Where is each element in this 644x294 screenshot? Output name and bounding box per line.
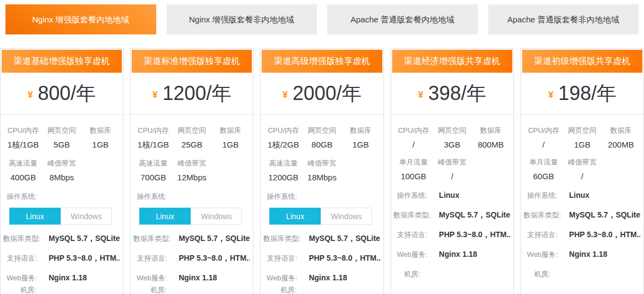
spec-label: 网页空间 <box>303 126 341 136</box>
plan-card-standard-dedicated: 渠道标准增强版独享虚机 ¥ 1200/年 CPU/内存1核/1GB 网页空间25… <box>130 48 253 294</box>
tab-apache-basic-mainland[interactable]: Apache 普通版套餐内地地域 <box>327 4 478 34</box>
tab-apache-basic-non-mainland[interactable]: Apache 普通版套餐非内地地域 <box>488 4 639 34</box>
plan-details: 操作系统: Linux Windows 数据库类型:MySQL 5.7，SQLi… <box>261 182 383 294</box>
plan-details: 操作系统:Linux 数据库类型:MySQL 5.7，SQLite 支持语言:P… <box>391 181 513 279</box>
os-label: 操作系统: <box>393 191 432 200</box>
spec-grid: CPU/内存1核/1GB 网页空间5GB 数据库1GB 高速流量400GB 峰值… <box>1 115 123 182</box>
spec-value: 1核/1GB <box>4 140 43 150</box>
price-amount: 1200/年 <box>162 80 231 107</box>
currency-symbol: ¥ <box>152 90 157 101</box>
language-label: 支持语言: <box>393 230 432 239</box>
plan-title: 渠道经济增强版共享虚机 <box>392 50 512 73</box>
language-label: 支持语言: <box>3 254 41 263</box>
os-value: Linux <box>439 191 459 200</box>
spec-value: / <box>563 172 602 181</box>
web-service-value: Nginx 1.18 <box>569 250 607 259</box>
language-value: PHP 5.3~8.0，HTM... <box>569 230 640 239</box>
spec-value: 200MB <box>601 140 640 149</box>
os-option-linux[interactable]: Linux <box>9 208 61 225</box>
os-option-linux[interactable]: Linux <box>139 208 191 225</box>
web-service-value: Nginx 1.18 <box>309 273 347 283</box>
spec-value: / <box>394 140 433 149</box>
spec-grid: CPU/内存/ 网页空间3GB 数据库800MB 单月流量100GB 峰值带宽/ <box>391 115 513 181</box>
plan-price: ¥ 800/年 <box>1 73 123 115</box>
spec-value: 1GB <box>341 140 380 149</box>
language-label: 支持语言: <box>523 230 562 239</box>
price-amount: 800/年 <box>38 80 96 107</box>
db-type-label: 数据库类型: <box>263 234 301 243</box>
os-option-windows[interactable]: Windows <box>321 208 372 225</box>
spec-grid: CPU/内存/ 网页空间1GB 数据库200MB 单月流量60GB 峰值带宽/ <box>521 115 643 181</box>
os-toggle: Linux Windows <box>269 208 380 225</box>
spec-label: 数据库 <box>601 126 640 136</box>
spec-value: 1200GB <box>264 173 303 182</box>
spec-label: CPU/内存 <box>394 126 433 136</box>
spec-value: 100GB <box>394 172 433 181</box>
spec-value: 8Mbps <box>43 173 81 182</box>
spec-label: 高速流量 <box>264 158 303 168</box>
language-value: PHP 5.3~8.0，HTM... <box>439 230 510 239</box>
plan-title: 渠道初级增强版共享虚机 <box>522 50 642 73</box>
web-service-value: Nginx 1.18 <box>179 273 217 283</box>
language-label: 支持语言: <box>263 254 301 263</box>
spec-grid: CPU/内存1核/2GB 网页空间80GB 数据库1GB 高速流量1200GB … <box>261 115 383 182</box>
spec-label: CPU/内存 <box>264 126 303 136</box>
db-type-label: 数据库类型: <box>393 210 432 220</box>
db-type-label: 数据库类型: <box>133 234 171 243</box>
spec-value: 1核/1GB <box>134 140 173 150</box>
tab-nginx-enhanced-mainland[interactable]: Nginx 增强版套餐内地地域 <box>5 4 156 34</box>
os-option-linux[interactable]: Linux <box>269 208 321 225</box>
os-option-windows[interactable]: Windows <box>191 208 242 225</box>
plan-price: ¥ 1200/年 <box>131 73 253 115</box>
os-label: 操作系统: <box>3 192 41 202</box>
tab-nginx-enhanced-non-mainland[interactable]: Nginx 增强版套餐非内地地域 <box>167 4 317 34</box>
spec-value: / <box>433 172 471 181</box>
language-value: PHP 5.3~8.0，HTM... <box>179 254 250 263</box>
plan-price: ¥ 198/年 <box>521 73 643 115</box>
spec-value: 400GB <box>4 173 43 182</box>
price-amount: 2000/年 <box>293 80 362 107</box>
web-service-value: Nginx 1.18 <box>439 250 477 259</box>
plan-tab-bar: Nginx 增强版套餐内地地域 Nginx 增强版套餐非内地地域 Apache … <box>0 0 644 34</box>
web-service-label: Web服务: <box>133 273 171 283</box>
os-value: Linux <box>569 191 589 200</box>
datacenter-label: 机房: <box>9 285 48 294</box>
db-type-label: 数据库类型: <box>523 210 562 220</box>
spec-label: 峰值带宽 <box>303 158 341 168</box>
spec-label: CPU/内存 <box>134 126 173 136</box>
currency-symbol: ¥ <box>548 90 553 101</box>
plan-card-entry-shared: 渠道初级增强版共享虚机 ¥ 198/年 CPU/内存/ 网页空间1GB 数据库2… <box>521 48 644 294</box>
spec-label: CPU/内存 <box>524 126 563 136</box>
price-amount: 198/年 <box>558 80 616 107</box>
os-option-windows[interactable]: Windows <box>61 208 112 225</box>
spec-label: 数据库 <box>211 126 250 136</box>
spec-label: 网页空间 <box>563 126 602 136</box>
db-type-value: MySQL 5.7，SQLite <box>569 210 640 220</box>
os-toggle: Linux Windows <box>9 208 120 225</box>
spec-label: 单月流量 <box>394 157 433 167</box>
spec-label: 峰值带宽 <box>173 158 211 168</box>
spec-value: 700GB <box>134 173 173 182</box>
spec-label: 峰值带宽 <box>563 157 602 167</box>
db-type-value: MySQL 5.7，SQLite <box>439 210 510 220</box>
spec-label: 数据库 <box>81 126 120 136</box>
db-type-value: MySQL 5.7，SQLite <box>309 234 380 243</box>
plan-price: ¥ 2000/年 <box>261 73 383 115</box>
spec-value: 60GB <box>524 172 563 181</box>
spec-value: 25GB <box>173 140 211 149</box>
spec-value: 3GB <box>433 140 471 149</box>
web-service-label: Web服务: <box>263 273 301 283</box>
datacenter-label: 机房: <box>393 269 432 279</box>
plan-title: 渠道标准增强版独享虚机 <box>132 50 252 73</box>
spec-label: 高速流量 <box>134 158 173 168</box>
currency-symbol: ¥ <box>282 90 287 101</box>
spec-label: 网页空间 <box>173 126 211 136</box>
spec-label: CPU/内存 <box>4 126 43 136</box>
spec-value: 800MB <box>471 140 510 149</box>
spec-label: 网页空间 <box>433 126 471 136</box>
db-type-value: MySQL 5.7，SQLite <box>179 234 250 243</box>
os-label: 操作系统: <box>523 191 562 200</box>
plan-title: 渠道高级增强版独享虚机 <box>262 50 382 73</box>
language-value: PHP 5.3~8.0，HTM... <box>49 254 120 263</box>
spec-value: 5GB <box>43 140 81 149</box>
